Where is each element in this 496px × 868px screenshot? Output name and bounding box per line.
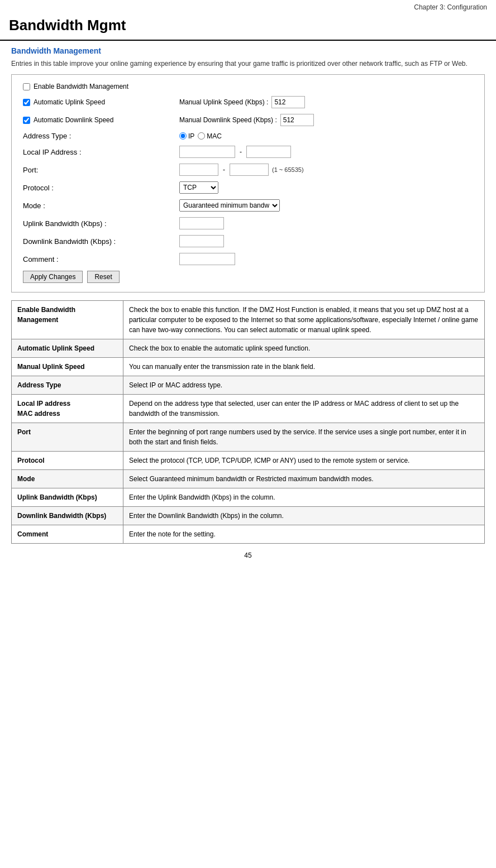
ip-dash: - — [239, 148, 243, 156]
comment-row: Comment : — [23, 253, 473, 265]
desc-def-3: Select IP or MAC address type. — [123, 376, 485, 395]
auto-downlink-checkbox[interactable] — [23, 117, 30, 124]
enable-bw-left: Enable Bandwidth Management — [23, 83, 179, 90]
port-end-input[interactable] — [230, 164, 269, 176]
auto-uplink-right: Manual Uplink Speed (Kbps) : — [179, 96, 305, 108]
comment-right — [179, 253, 235, 265]
downlink-bw-input[interactable] — [179, 235, 224, 247]
address-type-right: IP MAC — [179, 132, 222, 140]
comment-input[interactable] — [179, 253, 235, 265]
address-type-left: Address Type : — [23, 132, 179, 140]
port-range-hint: (1 ~ 65535) — [272, 166, 304, 173]
enable-bw-label: Enable Bandwidth Management — [34, 83, 128, 90]
manual-uplink-label: Manual Uplink Speed (Kbps) : — [179, 98, 268, 106]
desc-term-7: Mode — [12, 470, 123, 488]
address-type-label: Address Type : — [23, 132, 71, 140]
manual-uplink-input[interactable] — [271, 96, 305, 108]
local-ip-row: Local IP Address : - — [23, 146, 473, 158]
desc-def-4: Depend on the address type that selected… — [123, 395, 485, 423]
desc-def-2: You can manually enter the transmission … — [123, 358, 485, 376]
protocol-row: Protocol : TCP UDP TCP/UDP ICMP ANY — [23, 181, 473, 194]
desc-def-8: Enter the Uplink Bandwidth (Kbps) in the… — [123, 488, 485, 507]
desc-term-0: Enable Bandwidth Management — [12, 301, 123, 339]
uplink-bw-left: Uplink Bandwidth (Kbps) : — [23, 219, 179, 228]
comment-label: Comment : — [23, 255, 59, 263]
uplink-bw-row: Uplink Bandwidth (Kbps) : — [23, 217, 473, 229]
mac-radio-label: MAC — [198, 132, 222, 140]
port-left: Port: — [23, 166, 179, 174]
desc-def-0: Check the box to enable this function. I… — [123, 301, 485, 339]
port-start-input[interactable] — [179, 164, 218, 176]
desc-term-9: Downlink Bandwidth (Kbps) — [12, 507, 123, 525]
auto-uplink-checkbox[interactable] — [23, 99, 30, 106]
downlink-bw-right — [179, 235, 224, 247]
chapter-title: Chapter 3: Configuration — [414, 3, 487, 11]
comment-left: Comment : — [23, 255, 179, 263]
page-title: Bandwidth Mgmt — [0, 13, 496, 41]
desc-def-1: Check the box to enable the automatic up… — [123, 339, 485, 358]
uplink-bw-right — [179, 217, 224, 229]
section-desc: Entries in this table improve your onlin… — [11, 59, 485, 69]
auto-uplink-label: Automatic Uplink Speed — [34, 98, 105, 106]
protocol-left: Protocol : — [23, 184, 179, 192]
desc-term-6: Protocol — [12, 452, 123, 470]
mac-label: MAC — [207, 132, 222, 140]
mode-left: Mode : — [23, 202, 179, 210]
uplink-bw-input[interactable] — [179, 217, 224, 229]
auto-downlink-label: Automatic Downlink Speed — [34, 116, 113, 124]
downlink-bw-left: Downlink Bandwidth (Kbps) : — [23, 237, 179, 246]
desc-term-8: Uplink Bandwidth (Kbps) — [12, 488, 123, 507]
ip-radio-label: IP — [179, 132, 194, 140]
config-box: Enable Bandwidth Management Automatic Up… — [11, 74, 485, 292]
ip-label: IP — [188, 132, 194, 140]
mode-label: Mode : — [23, 202, 45, 210]
protocol-label: Protocol : — [23, 184, 54, 192]
desc-term-5: Port — [12, 423, 123, 452]
port-dash: - — [222, 166, 226, 174]
section-title: Bandwidth Management — [11, 46, 485, 55]
uplink-bw-label: Uplink Bandwidth (Kbps) : — [23, 219, 107, 228]
desc-term-10: Comment — [12, 525, 123, 544]
auto-downlink-row: Automatic Downlink Speed Manual Downlink… — [23, 114, 473, 126]
ip-radio[interactable] — [179, 132, 187, 140]
local-ip-start-input[interactable] — [179, 146, 235, 158]
auto-uplink-row: Automatic Uplink Speed Manual Uplink Spe… — [23, 96, 473, 108]
reset-button[interactable]: Reset — [87, 271, 119, 283]
port-right: - (1 ~ 65535) — [179, 164, 304, 176]
auto-uplink-left: Automatic Uplink Speed — [23, 98, 179, 106]
apply-button[interactable]: Apply Changes — [23, 271, 83, 283]
enable-bw-checkbox[interactable] — [23, 83, 30, 90]
mode-row: Mode : Guaranteed minimum bandwidth Rest… — [23, 199, 473, 212]
desc-term-1: Automatic Uplink Speed — [12, 339, 123, 358]
protocol-select[interactable]: TCP UDP TCP/UDP ICMP ANY — [179, 181, 218, 194]
port-row: Port: - (1 ~ 65535) — [23, 164, 473, 176]
desc-def-5: Enter the beginning of port range number… — [123, 423, 485, 452]
description-table: Enable Bandwidth ManagementCheck the box… — [11, 300, 485, 544]
desc-def-7: Select Guaranteed minimum bandwidth or R… — [123, 470, 485, 488]
main-content: Bandwidth Management Entries in this tab… — [0, 46, 496, 544]
chapter-header: Chapter 3: Configuration — [0, 0, 496, 13]
downlink-bw-row: Downlink Bandwidth (Kbps) : — [23, 235, 473, 247]
address-type-row: Address Type : IP MAC — [23, 132, 473, 140]
button-row: Apply Changes Reset — [23, 271, 473, 283]
mode-right: Guaranteed minimum bandwidth Restricted … — [179, 199, 280, 212]
auto-downlink-right: Manual Downlink Speed (Kbps) : — [179, 114, 314, 126]
local-ip-label: Local IP Address : — [23, 148, 82, 156]
auto-downlink-left: Automatic Downlink Speed — [23, 116, 179, 124]
desc-def-9: Enter the Downlink Bandwidth (Kbps) in t… — [123, 507, 485, 525]
desc-def-10: Enter the note for the setting. — [123, 525, 485, 544]
local-ip-left: Local IP Address : — [23, 148, 179, 156]
manual-downlink-label: Manual Downlink Speed (Kbps) : — [179, 116, 277, 124]
port-label: Port: — [23, 166, 38, 174]
desc-term-3: Address Type — [12, 376, 123, 395]
desc-term-4: Local IP address MAC address — [12, 395, 123, 423]
manual-downlink-input[interactable] — [280, 114, 314, 126]
desc-term-2: Manual Uplink Speed — [12, 358, 123, 376]
local-ip-end-input[interactable] — [246, 146, 291, 158]
desc-def-6: Select the protocol (TCP, UDP, TCP/UDP, … — [123, 452, 485, 470]
protocol-right: TCP UDP TCP/UDP ICMP ANY — [179, 181, 218, 194]
enable-bw-row: Enable Bandwidth Management — [23, 83, 473, 90]
mac-radio[interactable] — [198, 132, 205, 140]
local-ip-right: - — [179, 146, 291, 158]
mode-select[interactable]: Guaranteed minimum bandwidth Restricted … — [179, 199, 280, 212]
